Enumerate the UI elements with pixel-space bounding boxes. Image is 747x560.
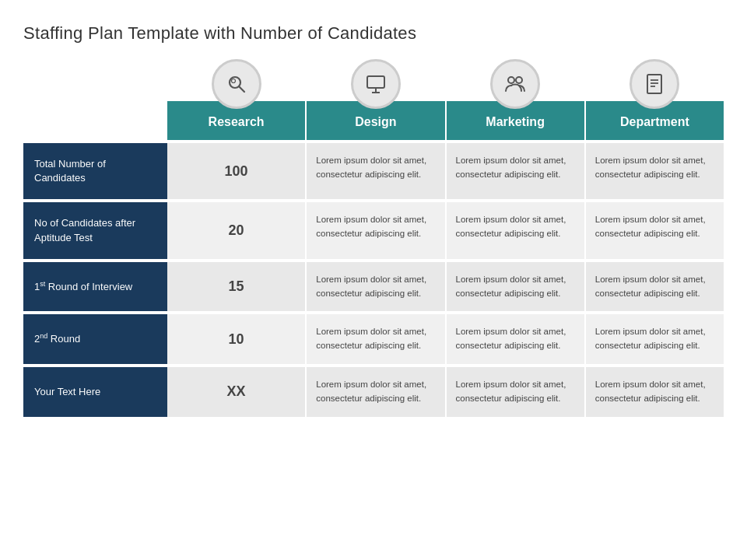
data-cell-1-col4: Lorem ipsum dolor sit amet, consectetur … xyxy=(586,142,724,199)
icon-cell-design xyxy=(307,59,446,101)
data-row-3: 1st Round of Interview 15 Lorem ipsum do… xyxy=(23,259,724,312)
data-cell-3-col3: Lorem ipsum dolor sit amet, consectetur … xyxy=(447,261,586,312)
icon-row xyxy=(167,59,724,101)
data-row-2: No of Candidates after Aptitude Test 20 … xyxy=(23,199,724,258)
data-cell-1-number: 100 xyxy=(167,142,307,199)
data-cell-2-col3: Lorem ipsum dolor sit amet, consectetur … xyxy=(447,201,586,258)
data-cell-1-col3: Lorem ipsum dolor sit amet, consectetur … xyxy=(447,142,586,199)
svg-point-2 xyxy=(232,79,236,83)
data-cell-2-col2: Lorem ipsum dolor sit amet, consectetur … xyxy=(307,201,446,258)
data-cell-4-col3: Lorem ipsum dolor sit amet, consectetur … xyxy=(447,313,586,364)
staffing-table: Research Design Marketing Department Tot… xyxy=(23,59,724,417)
row-label-4: 2nd Round xyxy=(23,313,167,364)
page-title: Staffing Plan Template with Number of Ca… xyxy=(23,23,724,44)
data-cell-5-col3: Lorem ipsum dolor sit amet, consectetur … xyxy=(447,366,586,417)
icon-cell-research xyxy=(167,59,307,101)
svg-rect-3 xyxy=(367,76,384,88)
svg-point-6 xyxy=(508,77,514,83)
data-cell-4-col2: Lorem ipsum dolor sit amet, consectetur … xyxy=(307,313,446,364)
row-label-3: 1st Round of Interview xyxy=(23,261,167,312)
data-row-1: Total Number of Candidates 100 Lorem ips… xyxy=(23,140,724,199)
data-cell-3-col2: Lorem ipsum dolor sit amet, consectetur … xyxy=(307,261,446,312)
data-row-4: 2nd Round 10 Lorem ipsum dolor sit amet,… xyxy=(23,311,724,364)
monitor-icon xyxy=(351,59,401,109)
document-icon xyxy=(630,59,679,109)
data-cell-3-number: 15 xyxy=(167,261,307,312)
data-cell-1-col2: Lorem ipsum dolor sit amet, consectetur … xyxy=(307,142,446,199)
page: Staffing Plan Template with Number of Ca… xyxy=(0,0,747,560)
data-cell-4-number: 10 xyxy=(167,313,307,364)
data-cell-5-col4: Lorem ipsum dolor sit amet, consectetur … xyxy=(586,366,724,417)
header-label-empty xyxy=(23,101,167,140)
svg-rect-8 xyxy=(647,75,661,93)
icon-cell-department xyxy=(584,59,724,101)
row-label-2: No of Candidates after Aptitude Test xyxy=(23,201,167,258)
data-cell-5-col2: Lorem ipsum dolor sit amet, consectetur … xyxy=(307,366,446,417)
data-cell-4-col4: Lorem ipsum dolor sit amet, consectetur … xyxy=(586,313,724,364)
svg-line-1 xyxy=(239,86,244,92)
row-label-5: Your Text Here xyxy=(23,366,167,417)
data-cell-2-number: 20 xyxy=(167,201,307,258)
data-row-5: Your Text Here XX Lorem ipsum dolor sit … xyxy=(23,364,724,417)
data-cell-3-col4: Lorem ipsum dolor sit amet, consectetur … xyxy=(586,261,724,312)
row-label-1: Total Number of Candidates xyxy=(23,142,167,199)
icon-cell-marketing xyxy=(446,59,585,101)
data-cell-2-col4: Lorem ipsum dolor sit amet, consectetur … xyxy=(586,201,724,258)
data-cell-5-number: XX xyxy=(167,366,307,417)
search-icon xyxy=(212,59,261,109)
people-icon xyxy=(490,59,540,109)
svg-point-7 xyxy=(516,77,522,83)
